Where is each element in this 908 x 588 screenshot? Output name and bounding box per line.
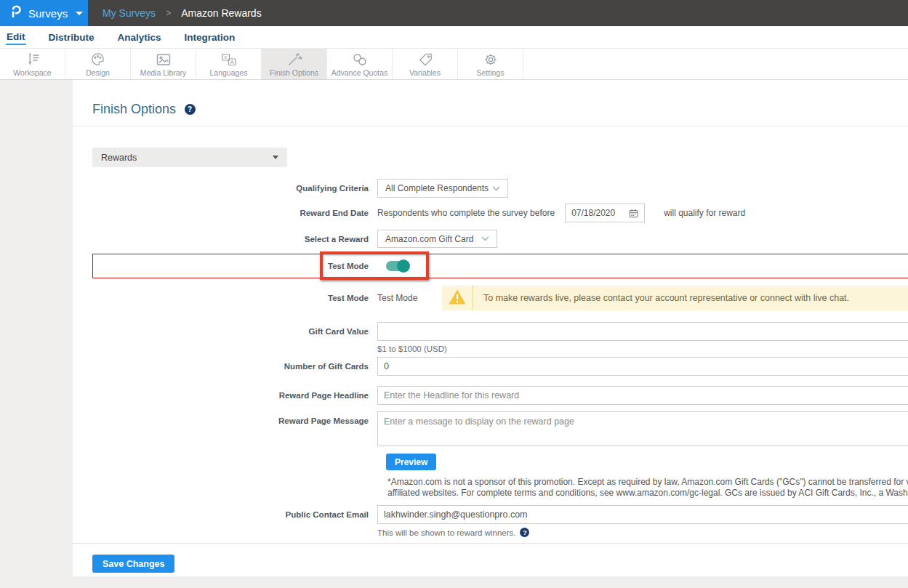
select-reward-value: Amazon.com Gift Card bbox=[385, 234, 473, 244]
workspace-icon bbox=[23, 52, 42, 67]
reward-page-message-row: Reward Page Message bbox=[73, 411, 908, 446]
test-mode-status-label: Test Mode bbox=[73, 294, 377, 302]
test-mode-toggle-label: Test Mode bbox=[73, 262, 377, 270]
variables-icon bbox=[417, 52, 433, 67]
reward-end-date-suffix: will qualify for reward bbox=[664, 204, 745, 222]
amazon-disclaimer: *Amazon.com is not a sponsor of this pro… bbox=[387, 477, 908, 499]
questionpro-logo-icon bbox=[10, 4, 22, 22]
toggle-knob bbox=[397, 259, 410, 273]
reward-page-headline-input[interactable] bbox=[377, 386, 908, 405]
save-changes-button[interactable]: Save Changes bbox=[92, 555, 174, 573]
select-reward-select[interactable]: Amazon.com Gift Card bbox=[377, 230, 497, 248]
gift-card-value-label: Gift Card Value bbox=[73, 322, 377, 341]
qualifying-criteria-label: Qualifying Criteria bbox=[73, 179, 377, 198]
toolbar-label: Advance Quotas bbox=[332, 68, 388, 77]
select-reward-label: Select a Reward bbox=[73, 230, 377, 249]
reward-end-date-input[interactable]: 07/18/2020 bbox=[565, 204, 645, 222]
tab-distribute[interactable]: Distribute bbox=[48, 31, 95, 44]
media-library-icon bbox=[155, 52, 172, 67]
select-reward-row: Select a Reward Amazon.com Gift Card bbox=[73, 230, 908, 249]
advance-quotas-icon bbox=[351, 52, 369, 67]
public-contact-email-hint: This will be shown to reward winners. bbox=[377, 528, 515, 537]
number-of-gift-cards-label: Number of Gift Cards bbox=[73, 357, 377, 376]
test-mode-toggle[interactable] bbox=[386, 261, 408, 271]
toolbar-label: Media Library bbox=[140, 68, 187, 77]
public-contact-email-input[interactable] bbox=[377, 505, 908, 524]
bottom-divider bbox=[73, 543, 908, 544]
toolbar-item-variables[interactable]: Variables bbox=[393, 49, 458, 79]
edit-toolbar: Workspace Design Media Library x A bbox=[0, 48, 908, 80]
help-icon[interactable]: ? bbox=[520, 528, 529, 537]
languages-icon: x A bbox=[220, 52, 238, 67]
public-contact-email-label: Public Contact Email bbox=[73, 505, 377, 524]
number-of-gift-cards-input[interactable] bbox=[377, 357, 908, 376]
public-contact-email-row: Public Contact Email This will be shown … bbox=[73, 505, 908, 537]
settings-icon bbox=[483, 52, 499, 67]
section-selector-dropdown[interactable]: Rewards bbox=[92, 148, 287, 167]
product-name: Surveys bbox=[28, 7, 68, 20]
tab-integration[interactable]: Integration bbox=[184, 31, 236, 44]
product-switcher[interactable]: Surveys bbox=[0, 0, 88, 26]
qualifying-criteria-value: All Complete Respondents bbox=[385, 183, 489, 193]
svg-text:x: x bbox=[224, 55, 227, 60]
test-mode-status-value: Test Mode bbox=[377, 293, 442, 303]
top-bar: Surveys My Surveys > Amazon Rewards bbox=[0, 0, 908, 26]
reward-page-headline-label: Reward Page Headline bbox=[73, 386, 377, 405]
toolbar-label: Variables bbox=[409, 68, 441, 77]
toolbar-label: Languages bbox=[210, 68, 248, 77]
number-of-gift-cards-row: Number of Gift Cards bbox=[73, 357, 908, 376]
gift-card-value-input[interactable] bbox=[377, 322, 908, 341]
svg-text:A: A bbox=[230, 59, 233, 65]
reward-end-date-row: Reward End Date Respondents who complete… bbox=[73, 204, 908, 222]
warning-triangle-icon bbox=[448, 289, 467, 308]
finish-options-panel: Finish Options ? Rewards Qualifying Crit… bbox=[73, 80, 908, 576]
finish-options-icon bbox=[286, 52, 303, 67]
section-selector-value: Rewards bbox=[101, 153, 137, 163]
disclaimer-line-2: affiliated websites. For complete terms … bbox=[387, 488, 908, 499]
warning-message: To make rewards live, please contact you… bbox=[473, 286, 859, 310]
toolbar-label: Design bbox=[86, 68, 110, 77]
toolbar-item-advance-quotas[interactable]: Advance Quotas bbox=[327, 49, 393, 79]
reward-end-date-prefix: Respondents who complete the survey befo… bbox=[377, 204, 555, 222]
reward-page-message-label: Reward Page Message bbox=[73, 411, 377, 430]
test-mode-warning-banner: To make rewards live, please contact you… bbox=[442, 286, 908, 310]
tab-analytics[interactable]: Analytics bbox=[117, 31, 162, 44]
reward-end-date-value: 07/18/2020 bbox=[571, 208, 615, 218]
toolbar-item-media-library[interactable]: Media Library bbox=[131, 49, 196, 79]
toolbar-label: Finish Options bbox=[270, 68, 318, 77]
toolbar-item-finish-options[interactable]: Finish Options bbox=[262, 49, 327, 79]
gift-card-value-hint: $1 to $1000 (USD) bbox=[377, 345, 908, 353]
chevron-down-icon bbox=[481, 236, 489, 241]
breadcrumb-my-surveys[interactable]: My Surveys bbox=[103, 7, 156, 19]
tab-edit[interactable]: Edit bbox=[6, 30, 26, 45]
help-icon[interactable]: ? bbox=[185, 104, 196, 115]
title-divider bbox=[73, 126, 908, 126]
chevron-down-icon bbox=[273, 156, 278, 159]
toolbar-item-languages[interactable]: x A Languages bbox=[196, 49, 262, 79]
chevron-down-icon bbox=[76, 12, 83, 15]
chevron-down-icon bbox=[492, 186, 500, 191]
reward-end-date-label: Reward End Date bbox=[73, 204, 377, 222]
toolbar-item-settings[interactable]: Settings bbox=[458, 49, 523, 79]
design-icon bbox=[90, 52, 106, 67]
qualifying-criteria-select[interactable]: All Complete Respondents bbox=[377, 179, 508, 198]
main-nav: Edit Distribute Analytics Integration bbox=[0, 26, 908, 48]
toolbar-item-workspace[interactable]: Workspace bbox=[0, 49, 65, 79]
breadcrumb-separator: > bbox=[166, 8, 171, 18]
test-mode-toggle-row: Test Mode bbox=[73, 251, 908, 281]
breadcrumb-current-survey: Amazon Rewards bbox=[181, 7, 262, 19]
page-title: Finish Options bbox=[92, 102, 176, 116]
disclaimer-line-1: *Amazon.com is not a sponsor of this pro… bbox=[387, 477, 908, 488]
gift-card-value-row: Gift Card Value $1 to $1000 (USD) bbox=[73, 322, 908, 353]
breadcrumb: My Surveys > Amazon Rewards bbox=[88, 0, 262, 26]
test-mode-status-row: Test Mode Test Mode To make rewards live… bbox=[73, 286, 908, 310]
qualifying-criteria-row: Qualifying Criteria All Complete Respond… bbox=[73, 179, 908, 198]
toolbar-item-design[interactable]: Design bbox=[65, 49, 131, 79]
toolbar-label: Workspace bbox=[13, 68, 51, 77]
reward-page-headline-row: Reward Page Headline bbox=[73, 386, 908, 405]
preview-button[interactable]: Preview bbox=[386, 454, 436, 470]
calendar-icon[interactable] bbox=[629, 209, 638, 218]
reward-page-message-input[interactable] bbox=[377, 411, 908, 446]
toolbar-label: Settings bbox=[477, 68, 505, 77]
